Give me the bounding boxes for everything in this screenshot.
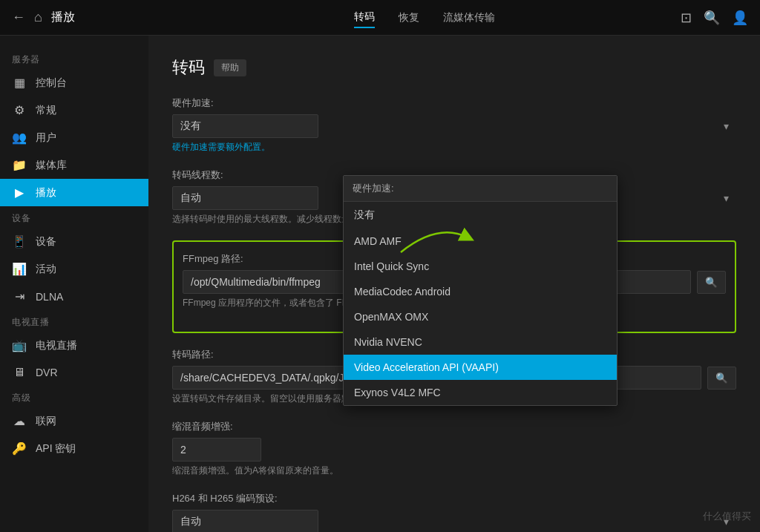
sidebar-item-label: 联网	[36, 415, 56, 428]
sidebar-item-general[interactable]: ⚙ 常规	[0, 96, 148, 124]
sidebar-item-label: DLNA	[36, 291, 63, 303]
transcode-title: 转码	[172, 56, 205, 79]
dropdown-item-vaapi[interactable]: Video Acceleration API (VAAPI)	[344, 355, 617, 380]
folder-icon: 📁	[12, 158, 27, 172]
dropdown-item-exynos[interactable]: Exynos V4L2 MFC	[344, 380, 617, 405]
device-icon: 📱	[12, 234, 27, 249]
cloud-icon: ☁	[12, 414, 27, 428]
sidebar-item-devices[interactable]: 📱 设备	[0, 228, 148, 255]
console-icon: ▦	[12, 76, 27, 90]
audio-boost-section: 缩混音频增强: 缩混音频增强。值为A将保留原来的音量。	[172, 420, 736, 477]
sidebar-item-playback[interactable]: ▶ 播放	[0, 179, 148, 206]
sidebar-item-label: API 密钥	[36, 442, 76, 456]
sidebar-item-label: 电视直播	[36, 339, 77, 352]
transcode-threads-input[interactable]	[172, 186, 318, 210]
h264-h265-select-wrapper: ▾	[172, 510, 736, 532]
sidebar-item-label: 控制台	[36, 76, 67, 90]
sidebar-item-label: 设备	[36, 235, 56, 249]
sidebar: 服务器 ▦ 控制台 ⚙ 常规 👥 用户 📁 媒体库 ▶ 播放 设备 📱 设备 📊…	[0, 36, 148, 532]
sidebar-item-label: 活动	[36, 263, 56, 276]
cast-icon[interactable]: ⊡	[681, 10, 692, 26]
sidebar-item-activity[interactable]: 📊 活动	[0, 255, 148, 283]
gear-icon: ⚙	[12, 103, 27, 117]
hardware-accel-select-wrapper: ▾	[172, 114, 736, 138]
tab-restore[interactable]: 恢复	[399, 8, 419, 27]
section-tv: 电视直播	[0, 310, 148, 332]
transcode-path-search-button[interactable]: 🔍	[707, 367, 736, 390]
sidebar-item-apikey[interactable]: 🔑 API 密钥	[0, 435, 148, 462]
h264-h265-input-row: ▾	[172, 510, 736, 532]
key-icon: 🔑	[12, 441, 27, 456]
h264-h265-label: H264 和 H265 编码预设:	[172, 492, 736, 505]
top-nav: ← ⌂ 播放 转码 恢复 流媒体传输 ⊡ 🔍 👤	[0, 0, 760, 36]
tab-streaming[interactable]: 流媒体传输	[443, 8, 495, 27]
sidebar-item-dvr[interactable]: 🖥 DVR	[0, 359, 148, 386]
audio-boost-label: 缩混音频增强:	[172, 420, 736, 433]
audio-boost-input-row	[172, 438, 736, 462]
dlna-icon: ⇥	[12, 289, 27, 303]
sidebar-item-console[interactable]: ▦ 控制台	[0, 69, 148, 96]
sidebar-item-users[interactable]: 👥 用户	[0, 124, 148, 151]
audio-boost-hint: 缩混音频增强。值为A将保留原来的音量。	[172, 464, 736, 477]
section-advanced: 高级	[0, 386, 148, 407]
dropdown-item-intel-qs[interactable]: Intel Quick Sync	[344, 254, 617, 279]
sidebar-item-dlna[interactable]: ⇥ DLNA	[0, 283, 148, 310]
top-nav-left: ← ⌂ 播放	[12, 10, 190, 25]
sidebar-item-library[interactable]: 📁 媒体库	[0, 151, 148, 179]
sidebar-item-label: 常规	[36, 104, 56, 117]
sidebar-item-label: 媒体库	[36, 159, 67, 172]
hardware-accel-input-row: ▾	[172, 114, 736, 138]
back-icon[interactable]: ←	[12, 10, 25, 25]
audio-boost-input[interactable]	[172, 438, 261, 462]
top-nav-right: ⊡ 🔍 👤	[659, 10, 748, 26]
home-icon[interactable]: ⌂	[34, 10, 42, 25]
dropdown-item-mediacodec[interactable]: MediaCodec Android	[344, 279, 617, 304]
tv-icon: 📺	[12, 338, 27, 352]
play-icon: ▶	[12, 185, 27, 200]
dvr-icon: 🖥	[12, 366, 27, 379]
section-server: 服务器	[0, 47, 148, 69]
user-icon[interactable]: 👤	[732, 10, 748, 26]
dropdown-header: 硬件加速:	[344, 176, 617, 202]
activity-icon: 📊	[12, 262, 27, 276]
hardware-accel-hint[interactable]: 硬件加速需要额外配置。	[172, 141, 736, 154]
h264-h265-section: H264 和 H265 编码预设: ▾	[172, 492, 736, 532]
top-nav-tabs: 转码 恢复 流媒体传输	[190, 7, 659, 28]
help-button[interactable]: 帮助	[214, 59, 246, 76]
page-title: 播放	[51, 10, 75, 25]
layout: 服务器 ▦ 控制台 ⚙ 常规 👥 用户 📁 媒体库 ▶ 播放 设备 📱 设备 📊…	[0, 36, 760, 532]
sidebar-item-label: DVR	[36, 367, 58, 378]
main-content: 转码 帮助 硬件加速: ▾ 硬件加速需要额外配置。 转码线程数: ▾	[148, 36, 760, 532]
tab-transcode[interactable]: 转码	[354, 7, 375, 28]
hardware-accel-input[interactable]	[172, 114, 318, 138]
sidebar-item-label: 用户	[36, 131, 56, 145]
dropdown-item-nvenc[interactable]: Nvidia NVENC	[344, 329, 617, 355]
select-arrow-threads-icon: ▾	[724, 192, 729, 204]
users-icon: 👥	[12, 131, 27, 145]
dropdown-item-openmax[interactable]: OpenMAX OMX	[344, 304, 617, 329]
h264-h265-input[interactable]	[172, 510, 318, 532]
sidebar-item-livetv[interactable]: 📺 电视直播	[0, 332, 148, 359]
sidebar-item-network[interactable]: ☁ 联网	[0, 407, 148, 435]
search-icon[interactable]: 🔍	[704, 10, 720, 26]
hardware-accel-dropdown: 硬件加速: 没有 AMD AMF Intel Quick Sync MediaC…	[343, 175, 618, 406]
dropdown-item-none[interactable]: 没有	[344, 202, 617, 229]
dropdown-item-amd-amf[interactable]: AMD AMF	[344, 229, 617, 254]
page-header: 转码 帮助	[172, 56, 736, 79]
hardware-accel-label: 硬件加速:	[172, 96, 736, 110]
sidebar-item-label: 播放	[36, 186, 56, 200]
ffmpeg-path-search-button[interactable]: 🔍	[697, 271, 726, 294]
section-device: 设备	[0, 206, 148, 228]
watermark: 什么值得买	[703, 510, 751, 523]
select-arrow-icon: ▾	[724, 120, 729, 132]
hardware-accel-section: 硬件加速: ▾ 硬件加速需要额外配置。	[172, 96, 736, 154]
